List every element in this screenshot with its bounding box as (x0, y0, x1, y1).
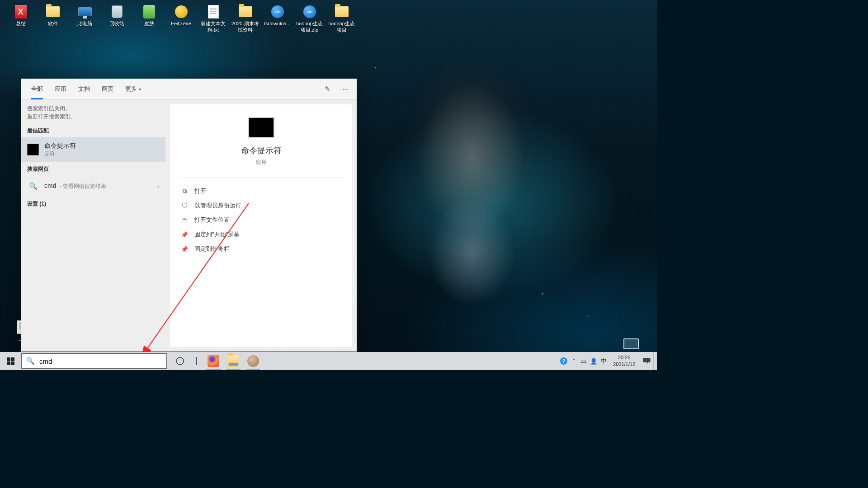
system-tray: ? ˄ ▭ 👤 中 20:25 2021/1/12 (559, 352, 657, 370)
taskbar: 🔍 ? ˄ ▭ 👤 中 20:25 2021/1/12 (0, 352, 657, 370)
search-icon: 🔍 (26, 357, 35, 365)
cmd-icon (27, 144, 39, 155)
tab-all[interactable]: 全部 (25, 79, 49, 99)
taskbar-search-box[interactable]: 🔍 (21, 353, 167, 369)
wallpaper-figure (377, 63, 566, 334)
chevron-right-icon: › (157, 183, 159, 190)
desktop-icon-label: 新建文本文档.txt (198, 21, 228, 33)
desktop-icon-x[interactable]: X总结 (5, 2, 37, 35)
tray-time: 20:25 (613, 354, 635, 361)
open-icon: ⧉ (181, 188, 188, 195)
desktop-icon-label: FeiQ.exe (171, 21, 191, 27)
app-avatar-icon (247, 355, 259, 367)
firefox-icon (208, 355, 219, 367)
desktop-icon-label: 2020-期末考试资料 (230, 21, 260, 33)
show-desktop-button[interactable] (653, 352, 656, 370)
action-pin-start[interactable]: 📌固定到"开始"屏幕 (175, 227, 348, 242)
desktop-icon-label: fsdownloa... (264, 21, 291, 27)
desktop-icon-label: 软件 (48, 21, 58, 27)
desktop-icon-label: 总结 (16, 21, 26, 27)
desktop-icon-label: 此电脑 (77, 21, 92, 27)
chevron-down-icon: ▾ (139, 87, 141, 92)
card-title: 命令提示符 (241, 145, 282, 156)
tray-date: 2021/1/12 (613, 361, 635, 368)
action-open[interactable]: ⧉打开 (175, 184, 348, 198)
search-input[interactable] (39, 357, 162, 365)
tray-chevron-up-icon[interactable]: ˄ (569, 352, 579, 370)
tray-help-icon[interactable]: ? (559, 352, 569, 370)
task-view-button[interactable] (190, 352, 203, 370)
pin-icon: 📌 (181, 246, 188, 253)
desktop-icon-folder[interactable]: 软件 (37, 2, 69, 35)
cortana-icon (176, 357, 184, 365)
search-left-pane: 搜索索引已关闭。 重新打开搜索索引。 最佳匹配 命令提示符 应用 搜索网页 🔍 … (21, 100, 165, 352)
action-run-admin[interactable]: 🛡以管理员身份运行 (175, 198, 348, 213)
search-icon: 🔍 (27, 180, 39, 192)
desktop-icon-txt[interactable]: 新建文本文档.txt (197, 2, 229, 35)
action-open-location[interactable]: 🗀打开文件位置 (175, 213, 348, 227)
start-search-panel: 全部 应用 文档 网页 更多▾ ✎ ⋯ 搜索索引已关闭。 重新打开搜索索引。 最… (21, 79, 357, 352)
tab-web[interactable]: 网页 (96, 79, 119, 99)
card-sub: 应用 (256, 159, 267, 166)
result-detail-card: 命令提示符 应用 ⧉打开 🛡以管理员身份运行 🗀打开文件位置 📌固定到"开始"屏… (170, 104, 352, 347)
tray-clock[interactable]: 20:25 2021/1/12 (609, 354, 640, 368)
feedback-icon[interactable]: ✎ (320, 81, 335, 97)
search-web-header: 搜索网页 (21, 162, 165, 176)
desktop-icon-bin[interactable]: 回收站 (101, 2, 133, 35)
action-pin-taskbar[interactable]: 📌固定到任务栏 (175, 242, 348, 256)
taskbar-app-firefox[interactable] (203, 352, 223, 370)
search-tabs: 全部 应用 文档 网页 更多▾ ✎ ⋯ (21, 79, 357, 100)
tray-user-icon[interactable]: 👤 (589, 352, 599, 370)
desktop-icon-zip[interactable]: ZIPhadoop生态项目.zip (293, 2, 326, 35)
tab-apps[interactable]: 应用 (49, 79, 72, 99)
desktop-icon-label: hadoop生态项目 (326, 21, 357, 33)
tab-docs[interactable]: 文档 (72, 79, 96, 99)
desktop-icon-label: 皮肤 (144, 21, 154, 27)
desktop-icons-row: X总结软件此电脑回收站皮肤FeiQ.exe新建文本文档.txt2020-期末考试… (0, 0, 657, 38)
result-cmd[interactable]: 命令提示符 应用 (21, 137, 165, 162)
admin-icon: 🛡 (181, 202, 188, 209)
desktop-icon-zip[interactable]: ZIPfsdownloa... (261, 2, 293, 35)
start-button[interactable] (0, 352, 21, 370)
taskview-icon (196, 357, 197, 365)
tray-notifications[interactable] (640, 358, 653, 364)
notification-icon (643, 358, 651, 364)
desktop-icon-folder[interactable]: 2020-期末考试资料 (229, 2, 261, 35)
desktop-icon-exe[interactable]: FeiQ.exe (165, 2, 197, 35)
desktop-icon-label: 回收站 (109, 21, 124, 27)
result-sub: 应用 (44, 150, 76, 157)
desktop-icon-skin[interactable]: 皮肤 (133, 2, 165, 35)
file-explorer-icon (227, 355, 239, 367)
desktop-icon-pc[interactable]: 此电脑 (69, 2, 101, 35)
windows-logo-icon (7, 357, 14, 365)
desktop-icon-folder[interactable]: hadoop生态项目 (326, 2, 358, 35)
settings-header: 设置 (1) (21, 197, 165, 211)
cortana-button[interactable] (170, 352, 190, 370)
result-title: 命令提示符 (44, 142, 76, 150)
search-right-pane: 命令提示符 应用 ⧉打开 🛡以管理员身份运行 🗀打开文件位置 📌固定到"开始"屏… (165, 100, 357, 352)
search-index-notice: 搜索索引已关闭。 重新打开搜索索引。 (21, 100, 165, 123)
project-button[interactable] (623, 338, 639, 349)
best-match-header: 最佳匹配 (21, 123, 165, 137)
desktop-icon-label: hadoop生态项目.zip (294, 21, 325, 33)
more-icon[interactable]: ⋯ (338, 81, 353, 97)
folder-icon: 🗀 (181, 217, 188, 224)
taskbar-app-explorer[interactable] (223, 352, 243, 370)
tray-ime[interactable]: 中 (599, 352, 609, 370)
tray-battery-icon[interactable]: ▭ (579, 352, 589, 370)
cmd-large-icon (248, 117, 274, 138)
tab-more[interactable]: 更多▾ (119, 79, 147, 99)
web-result-cmd[interactable]: 🔍 cmd - 查看网络搜索结果 › (21, 176, 165, 197)
taskbar-app-other[interactable] (243, 352, 263, 370)
pin-icon: 📌 (181, 231, 188, 238)
